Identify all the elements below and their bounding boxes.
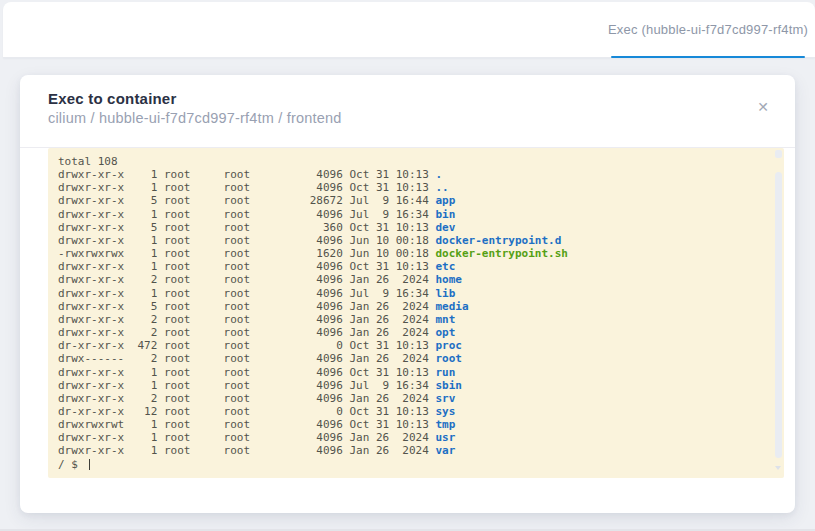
ls-entry-name: docker-entrypoint.sh [436,247,568,260]
ls-entry-name: app [436,194,456,207]
close-icon[interactable]: ✕ [751,95,775,119]
ls-row: drwxr-xr-x 1 root root 4096 Jun 10 00:18… [58,234,774,247]
ls-row: drwxr-xr-x 2 root root 4096 Jan 26 2024 … [58,326,774,339]
ls-entry-name: . [436,168,443,181]
exec-modal: Exec to container cilium / hubble-ui-f7d… [20,75,795,513]
ls-entry-name: mnt [436,313,456,326]
ls-row: drwxr-xr-x 1 root root 4096 Jul 9 16:34 … [58,379,774,392]
terminal-output: total 108drwxr-xr-x 1 root root 4096 Oct… [58,155,774,471]
scrollbar-up-button[interactable] [775,150,782,158]
ls-entry-name: proc [436,339,463,352]
ls-entry-name: var [436,444,456,457]
modal-header: Exec to container cilium / hubble-ui-f7d… [20,75,795,148]
ls-row: drwxrwxrwt 1 root root 4096 Oct 31 10:13… [58,418,774,431]
ls-row: drwxr-xr-x 1 root root 4096 Jul 9 16:34 … [58,208,774,221]
modal-title: Exec to container [48,90,771,107]
ls-entry-name: sys [436,405,456,418]
top-tab-bar: Exec (hubble-ui-f7d7cd997-rf4tm) [3,2,815,58]
ls-total-line: total 108 [58,155,774,168]
ls-row: dr-xr-xr-x 12 root root 0 Oct 31 10:13 s… [58,405,774,418]
ls-row: drwxr-xr-x 1 root root 4096 Oct 31 10:13… [58,181,774,194]
ls-entry-name: usr [436,431,456,444]
shell-prompt: / $ [58,458,774,471]
ls-entry-name: tmp [436,418,456,431]
ls-row: -rwxrwxrwx 1 root root 1620 Jun 10 00:18… [58,247,774,260]
active-tab-indicator [611,56,805,58]
ls-row: drwxr-xr-x 5 root root 28672 Jul 9 16:44… [58,194,774,207]
ls-entry-name: srv [436,392,456,405]
ls-row: drwxr-xr-x 1 root root 4096 Oct 31 10:13… [58,260,774,273]
ls-row: drwxr-xr-x 2 root root 4096 Jan 26 2024 … [58,313,774,326]
ls-row: drwxr-xr-x 1 root root 4096 Oct 31 10:13… [58,366,774,379]
ls-row: drwxr-xr-x 5 root root 360 Oct 31 10:13 … [58,221,774,234]
ls-entry-name: bin [436,208,456,221]
terminal[interactable]: total 108drwxr-xr-x 1 root root 4096 Oct… [48,148,784,478]
ls-entry-name: lib [436,287,456,300]
tab-exec-label: Exec (hubble-ui-f7d7cd997-rf4tm) [608,22,808,37]
ls-row: drwxr-xr-x 1 root root 4096 Jul 9 16:34 … [58,287,774,300]
ls-entry-name: home [436,273,463,286]
breadcrumb: cilium / hubble-ui-f7d7cd997-rf4tm / fro… [48,110,771,126]
ls-entry-name: dev [436,221,456,234]
ls-row: dr-xr-xr-x 472 root root 0 Oct 31 10:13 … [58,339,774,352]
ls-row: drwxr-xr-x 1 root root 4096 Jan 26 2024 … [58,431,774,444]
scrollbar-thumb[interactable] [775,172,782,458]
ls-entry-name: .. [436,181,449,194]
terminal-cursor [89,459,91,470]
ls-entry-name: sbin [436,379,463,392]
ls-row: drwxr-xr-x 2 root root 4096 Jan 26 2024 … [58,273,774,286]
ls-entry-name: docker-entrypoint.d [436,234,562,247]
scrollbar-down-arrow-icon[interactable] [775,466,781,470]
ls-entry-name: run [436,366,456,379]
ls-row: drwxr-xr-x 1 root root 4096 Jan 26 2024 … [58,444,774,457]
ls-entry-name: etc [436,260,456,273]
ls-entry-name: opt [436,326,456,339]
tab-exec[interactable]: Exec (hubble-ui-f7d7cd997-rf4tm) [611,2,805,57]
ls-row: drwxr-xr-x 2 root root 4096 Jan 26 2024 … [58,392,774,405]
terminal-scrollbar[interactable] [775,150,782,472]
ls-entry-name: root [436,352,463,365]
ls-row: drwxr-xr-x 5 root root 4096 Jan 26 2024 … [58,300,774,313]
ls-row: drwxr-xr-x 1 root root 4096 Oct 31 10:13… [58,168,774,181]
ls-row: drwx------ 2 root root 4096 Jan 26 2024 … [58,352,774,365]
ls-entry-name: media [436,300,469,313]
